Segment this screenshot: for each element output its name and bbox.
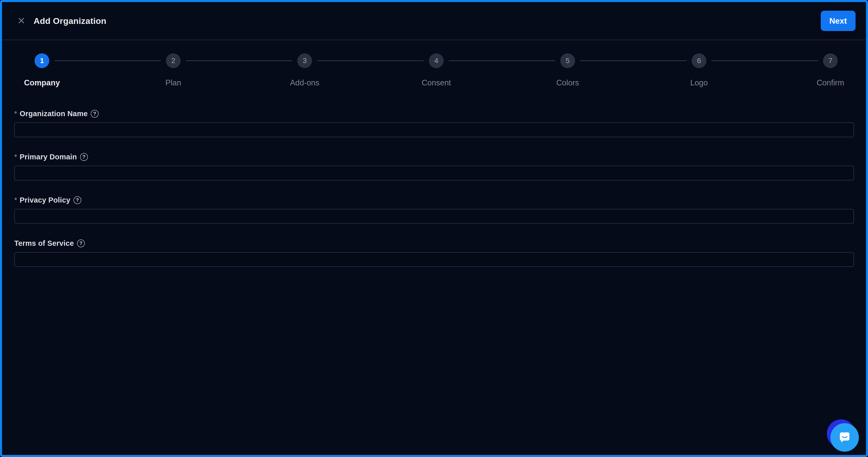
step-label: Colors [514,78,621,87]
step-company[interactable]: 1 Company [0,53,95,87]
step-number-badge: 7 [823,53,838,68]
field-organization-name: * Organization Name ? [14,109,854,137]
field-label: Terms of Service [14,239,74,248]
field-privacy-policy: * Privacy Policy ? [14,196,854,224]
required-marker: * [14,196,17,204]
step-connector [711,60,818,61]
step-number-badge: 6 [692,53,706,68]
step-number-badge: 4 [429,53,444,68]
step-label: Add-ons [251,78,358,87]
step-connector [449,60,555,61]
next-button[interactable]: Next [821,11,856,31]
field-label-row: * Primary Domain ? [14,153,854,161]
field-label-row: Terms of Service ? [14,239,854,248]
step-consent[interactable]: 4 Consent [383,53,490,87]
company-form: * Organization Name ? * Primary Domain ?… [2,109,866,267]
step-number-badge: 5 [560,53,575,68]
primary-domain-input[interactable] [14,166,854,180]
step-label: Company [0,78,95,87]
step-connector [186,60,292,61]
help-icon[interactable]: ? [77,239,85,247]
step-number-badge: 2 [166,53,181,68]
chat-bubble-icon [838,431,851,444]
required-marker: * [14,110,17,118]
chat-launcher-circle [830,423,859,452]
chat-launcher-button[interactable] [827,419,859,452]
wizard-stepper: 1 Company 2 Plan 3 Add-ons 4 Consent 5 C… [2,40,866,109]
step-number-badge: 3 [297,53,312,68]
field-terms-of-service: Terms of Service ? [14,239,854,267]
organization-name-input[interactable] [14,123,854,137]
step-connector [580,60,687,61]
step-label: Confirm [777,78,868,87]
step-colors[interactable]: 5 Colors [514,53,621,87]
add-organization-modal: Add Organization Next 1 Company 2 Plan 3… [0,0,868,457]
help-icon[interactable]: ? [91,110,99,118]
field-primary-domain: * Primary Domain ? [14,153,854,180]
step-number-badge: 1 [35,53,49,68]
step-connector [317,60,424,61]
field-label: Organization Name [20,110,88,118]
field-label: Privacy Policy [20,196,70,204]
privacy-policy-input[interactable] [14,209,854,224]
field-label-row: * Privacy Policy ? [14,196,854,204]
step-plan[interactable]: 2 Plan [120,53,227,87]
step-add-ons[interactable]: 3 Add-ons [251,53,358,87]
help-icon[interactable]: ? [80,153,88,161]
page-title: Add Organization [34,16,106,26]
help-icon[interactable]: ? [73,196,81,204]
terms-of-service-input[interactable] [14,252,854,267]
close-button[interactable] [16,15,27,26]
close-icon [17,16,26,26]
field-label: Primary Domain [20,153,77,161]
step-label: Consent [383,78,490,87]
step-logo[interactable]: 6 Logo [646,53,752,87]
step-confirm[interactable]: 7 Confirm [777,53,868,87]
step-connector [54,60,161,61]
required-marker: * [14,153,17,161]
field-label-row: * Organization Name ? [14,109,854,118]
step-label: Logo [646,78,752,87]
step-label: Plan [120,78,227,87]
modal-header: Add Organization Next [2,2,866,40]
